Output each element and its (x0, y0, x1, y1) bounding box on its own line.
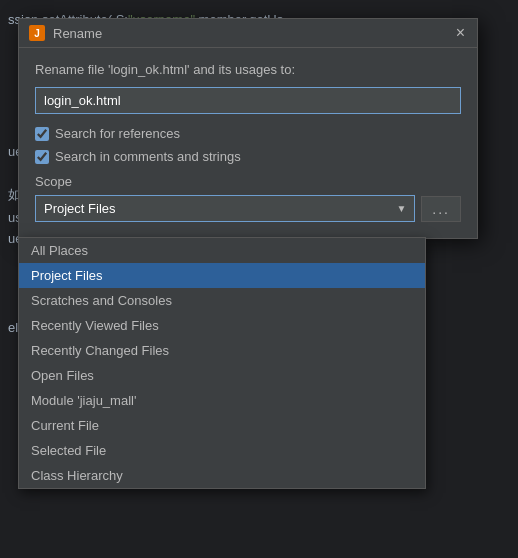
scope-dropdown-list: All Places Project Files Scratches and C… (18, 237, 426, 489)
jetbrains-icon: J (29, 25, 45, 41)
scope-more-button[interactable]: ... (421, 196, 461, 222)
rename-dialog: J Rename × Rename file 'login_ok.html' a… (18, 18, 478, 239)
dropdown-item-module[interactable]: Module 'jiaju_mall' (19, 388, 425, 413)
dialog-title: Rename (53, 26, 102, 41)
search-comments-label: Search in comments and strings (55, 149, 241, 164)
dropdown-item-project-files[interactable]: Project Files (19, 263, 425, 288)
search-references-checkbox[interactable] (35, 127, 49, 141)
dropdown-item-recently-changed[interactable]: Recently Changed Files (19, 338, 425, 363)
chevron-down-icon: ▼ (396, 203, 406, 214)
scope-label: Scope (35, 174, 461, 189)
dialog-title-left: J Rename (29, 25, 102, 41)
dropdown-item-selected-file[interactable]: Selected File (19, 438, 425, 463)
search-comments-checkbox[interactable] (35, 150, 49, 164)
rename-input[interactable] (35, 87, 461, 114)
close-button[interactable]: × (454, 25, 467, 41)
dialog-titlebar: J Rename × (19, 19, 477, 48)
scope-row: Project Files ▼ ... (35, 195, 461, 222)
dialog-subtitle: Rename file 'login_ok.html' and its usag… (35, 62, 461, 77)
dropdown-item-class-hierarchy[interactable]: Class Hierarchy (19, 463, 425, 488)
scope-dropdown-value: Project Files (44, 201, 116, 216)
dropdown-item-open-files[interactable]: Open Files (19, 363, 425, 388)
dropdown-item-all-places[interactable]: All Places (19, 238, 425, 263)
dropdown-item-scratches[interactable]: Scratches and Consoles (19, 288, 425, 313)
search-references-row: Search for references (35, 126, 461, 141)
dropdown-item-recently-viewed[interactable]: Recently Viewed Files (19, 313, 425, 338)
search-comments-row: Search in comments and strings (35, 149, 461, 164)
search-references-label: Search for references (55, 126, 180, 141)
scope-dropdown[interactable]: Project Files ▼ (35, 195, 415, 222)
dropdown-item-current-file[interactable]: Current File (19, 413, 425, 438)
dialog-body: Rename file 'login_ok.html' and its usag… (19, 48, 477, 238)
